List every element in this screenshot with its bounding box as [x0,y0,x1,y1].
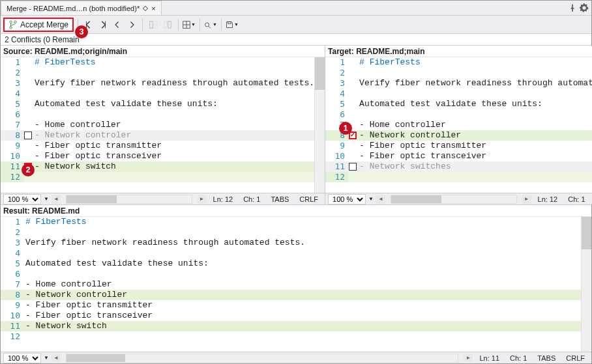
pin-icon[interactable] [568,3,577,12]
annotation-badge-3: 3 [75,25,88,38]
save-button[interactable]: ▼ [226,18,239,31]
unchecked-checkbox[interactable] [24,132,32,139]
code-line[interactable] [24,269,581,279]
line-number: 12 [325,172,349,182]
code-line[interactable]: Automated test validate these units: [33,99,314,109]
toolbar-separator [221,19,222,31]
scroll-right-icon[interactable]: ► [522,195,531,204]
code-line[interactable] [358,68,592,78]
code-line[interactable] [33,109,314,120]
result-statusbar: 100 % ▼ ◄ ► Ln: 11 Ch: 1 TABS CRLF [1,352,591,363]
scroll-right-icon[interactable]: ► [198,195,207,204]
scroll-left-icon[interactable]: ◄ [52,195,61,204]
line-number: 6 [1,109,24,120]
code-line[interactable] [24,227,581,238]
vertical-scrollbar[interactable] [314,57,325,193]
line-number: 2 [1,68,24,78]
code-line[interactable]: Verify fiber network readiness through a… [33,78,314,89]
vertical-scrollbar[interactable] [581,217,591,352]
zoom-select[interactable]: 100 % [3,353,41,363]
accept-merge-button[interactable]: Accept Merge [3,18,74,32]
code-line[interactable] [33,172,314,182]
zoom-select[interactable]: 100 % [328,194,366,204]
code-line[interactable]: # FiberTests [358,57,592,68]
code-line[interactable]: - Network controller [24,290,581,300]
next-conflict-button[interactable] [96,18,110,31]
take-left-button[interactable] [147,18,160,31]
line-number: 7 [1,120,24,130]
tab-title: Merge - README.md…n (both modified)* [7,5,140,12]
layout-button[interactable]: ▼ [183,18,196,31]
result-code[interactable]: # FiberTestsVerify fiber network readine… [24,217,581,352]
document-tab[interactable]: Merge - README.md…n (both modified)* × [1,1,162,15]
code-line[interactable]: - Home controller [33,120,314,130]
take-right-button[interactable] [161,18,174,31]
code-line[interactable]: # FiberTests [33,57,314,68]
zoom-select[interactable]: 100 % [3,194,41,204]
code-line[interactable]: Verify fiber network readiness through a… [358,78,592,89]
ignore-whitespace-button[interactable]: ▼ [204,18,217,31]
scroll-left-icon[interactable]: ◄ [52,354,61,363]
line-number: 1 [325,57,349,68]
code-line[interactable] [33,68,314,78]
modified-dot-icon [143,5,148,10]
code-line[interactable]: - Fiber optic transceiver [24,311,581,321]
crlf-indicator[interactable]: CRLF [295,195,322,203]
line-number: 10 [1,311,24,321]
code-line[interactable] [33,89,314,99]
line-number: 10 [325,151,349,161]
scroll-left-icon[interactable]: ◄ [376,195,385,204]
tabs-indicator[interactable]: TABS [267,195,293,203]
code-line[interactable]: Automated test validate these units: [358,99,592,109]
line-number: 3 [325,78,349,89]
code-line[interactable]: # FiberTests [24,217,581,227]
horizontal-scrollbar[interactable] [66,354,459,363]
code-line[interactable] [358,109,592,120]
code-line[interactable]: - Network switch [24,321,581,331]
col-indicator: Ch: 1 [564,195,589,203]
gear-icon[interactable] [580,3,589,12]
code-line[interactable]: - Fiber optic transceiver [358,151,592,161]
code-line[interactable] [358,89,592,99]
line-number: 10 [1,151,24,161]
horizontal-scrollbar[interactable] [391,195,517,204]
crlf-indicator[interactable]: CRLF [562,354,589,362]
line-number: 4 [1,89,24,99]
line-indicator: Ln: 11 [475,354,503,362]
code-line[interactable] [24,248,581,259]
code-line[interactable] [24,331,581,342]
svg-point-10 [205,22,209,26]
code-line[interactable]: - Fiber optic transceiver [33,151,314,161]
code-line[interactable]: - Network controller [358,130,592,141]
code-line[interactable]: - Fiber optic transmitter [24,300,581,311]
close-icon[interactable]: × [151,5,155,12]
target-code[interactable]: # FiberTestsVerify fiber network readine… [358,57,592,193]
line-number: 4 [325,89,349,99]
unchecked-checkbox[interactable] [349,163,357,171]
line-indicator: Ln: 12 [534,195,562,203]
code-line[interactable]: - Network switches [358,161,592,172]
tabs-indicator[interactable]: TABS [533,354,559,362]
code-line[interactable] [358,172,592,182]
line-number: 6 [325,109,349,120]
source-code[interactable]: # FiberTestsVerify fiber network readine… [33,57,314,193]
next-diff-button[interactable] [125,18,138,31]
title-bar: Merge - README.md…n (both modified)* × [1,1,591,16]
svg-rect-3 [150,21,153,28]
horizontal-scrollbar[interactable] [66,195,192,204]
toolbar-separator [178,19,179,31]
scroll-right-icon[interactable]: ► [464,354,473,363]
prev-diff-button[interactable] [111,18,124,31]
svg-point-1 [10,26,12,29]
source-header: Source: README.md;origin/main [1,46,325,57]
code-line[interactable]: Verify fiber network readiness through a… [24,238,581,248]
code-line[interactable]: - Network switch [33,161,314,172]
code-line[interactable]: - Home controller [358,120,592,130]
code-line[interactable]: Automated test validate these units: [24,259,581,269]
code-line[interactable]: - Fiber optic transmitter [358,141,592,151]
line-number: 7 [1,279,24,290]
target-header: Target: README.md;main [325,46,592,57]
code-line[interactable]: - Network controler [33,130,314,141]
code-line[interactable]: - Home controller [24,279,581,290]
code-line[interactable]: - Fiber optic transmitter [33,141,314,151]
